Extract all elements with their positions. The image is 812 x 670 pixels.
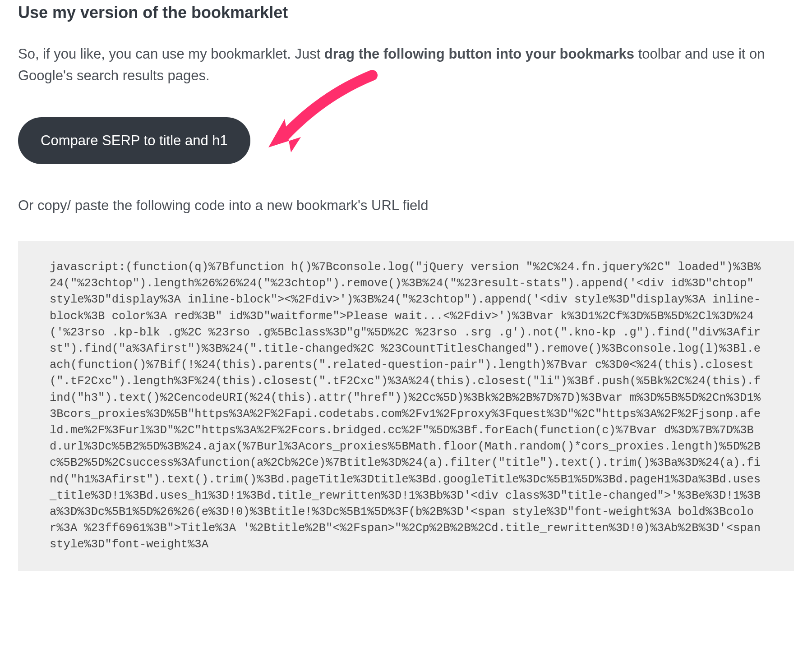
copy-paste-instruction: Or copy/ paste the following code into a… — [18, 195, 794, 216]
section-heading: Use my version of the bookmarklet — [18, 0, 794, 25]
bookmarklet-row: Compare SERP to title and h1 — [18, 109, 794, 172]
intro-text-pre: So, if you like, you can use my bookmark… — [18, 46, 324, 62]
bookmarklet-button[interactable]: Compare SERP to title and h1 — [18, 117, 250, 164]
arrow-icon — [259, 69, 395, 159]
intro-paragraph: So, if you like, you can use my bookmark… — [18, 43, 794, 87]
intro-text-bold: drag the following button into your book… — [324, 46, 634, 62]
pointer-arrow — [264, 109, 399, 172]
code-block: javascript:(function(q)%7Bfunction h()%7… — [18, 241, 794, 571]
